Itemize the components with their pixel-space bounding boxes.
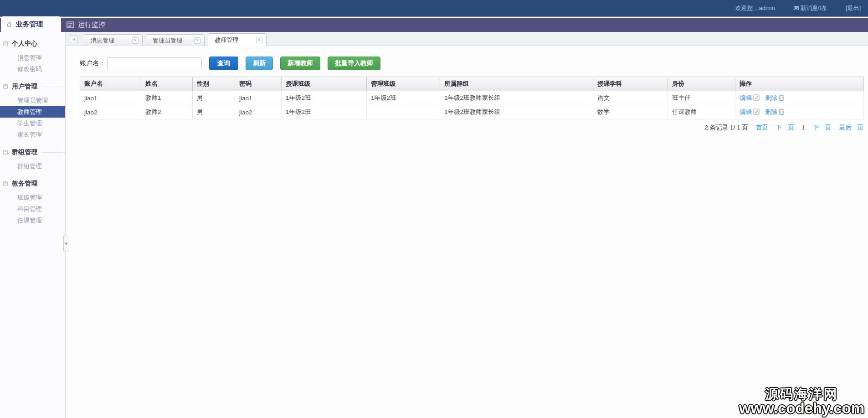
sidebar-collapse-handle[interactable]: ◄ [63,235,68,252]
table-cell: jiao1 [80,91,141,105]
sidebar-group-header[interactable]: ^用户管理 [0,82,65,92]
import-teachers-button[interactable]: 批量导入教师 [328,57,380,70]
sidebar-group-label: 用户管理 [12,83,37,91]
sidebar-group-label: 个人中心 [12,40,37,48]
record-summary: 2 条记录 1/ 1 页 [704,124,748,131]
table-cell: 男 [193,91,235,105]
arrow-left-icon: ◄ [72,37,76,41]
sidebar-item[interactable]: 任课管理 [0,215,65,226]
content-tab[interactable]: 管理员管理× [146,34,205,46]
column-header: 操作 [735,77,864,91]
messages-link[interactable]: ✉ 新消息0条 [793,4,827,12]
pagination-last[interactable]: 最后一页 [839,124,863,131]
content-panel: 账户名： 查询 刷新 新增教师 批量导入教师 账户名姓名性别密码授课班级管理班级… [66,46,868,132]
main-area: ◄ 消息管理×管理员管理×教师管理× 账户名： 查询 刷新 新增教师 批量导入教… [66,32,868,418]
table-cell: 1年级2班教师家长组 [440,105,593,119]
sidebar-item[interactable]: 群组管理 [0,160,65,172]
teachers-table: 账户名姓名性别密码授课班级管理班级所属群组授课学科身份操作 jiao1教师1男j… [80,77,864,119]
pagination-first[interactable]: 首页 [755,124,768,131]
actions-cell: 编辑删除 [735,105,864,119]
column-header: 性别 [193,77,235,91]
column-header: 所属群组 [440,77,593,91]
edit-icon[interactable] [753,108,760,115]
query-button[interactable]: 查询 [209,57,238,70]
search-toolbar: 账户名： 查询 刷新 新增教师 批量导入教师 [80,57,863,70]
divider [41,184,65,184]
edit-link[interactable]: 编辑 [740,94,752,101]
divider [41,44,65,44]
content-tab-label: 消息管理 [91,36,132,45]
content-tab-label: 教师管理 [215,36,256,44]
sidebar-item[interactable]: 家长管理 [0,129,65,140]
column-header: 授课班级 [282,77,367,91]
sidebar-item[interactable]: 教师管理 [0,106,65,118]
mail-icon: ✉ [793,4,799,12]
nav-bar [0,18,868,32]
table-cell: 语文 [593,91,668,105]
edit-link[interactable]: 编辑 [740,108,752,115]
table-cell: 1年级2班 [367,91,440,105]
column-header: 身份 [668,77,735,91]
content-tab-label: 管理员管理 [153,36,194,45]
collapse-icon[interactable]: ^ [3,41,8,46]
refresh-button[interactable]: 刷新 [246,57,273,70]
sidebar-group-label: 群组管理 [12,148,37,156]
sidebar-item[interactable]: 修改密码 [0,63,65,75]
sidebar-group-label: 教务管理 [12,180,37,188]
table-header-row: 账户名姓名性别密码授课班级管理班级所属群组授课学科身份操作 [80,77,864,91]
content-tab[interactable]: 消息管理× [84,34,143,46]
content-tabstrip: ◄ 消息管理×管理员管理×教师管理× [66,32,868,46]
logout-link[interactable]: [退出] [846,4,861,12]
app: { "topbar": { "welcome": "欢迎您，admin", "m… [0,0,868,418]
nav-tab-monitor[interactable]: 运行监控 [67,18,105,32]
edit-icon[interactable] [753,94,760,101]
table-row: jiao1教师1男jiao11年级2班1年级2班1年级2班教师家长组语文班主任编… [80,91,864,105]
trash-icon[interactable] [779,94,784,101]
delete-link[interactable]: 删除 [765,94,777,101]
home-icon: ⌂ [7,20,11,29]
table-cell: 任课教师 [668,105,735,119]
watermark: 源码海洋网 www.codehy.com [739,387,864,416]
divider [41,87,65,87]
collapse-icon[interactable]: ^ [3,84,8,89]
monitor-icon [67,21,74,28]
table-cell: 1年级2班 [282,105,367,119]
close-icon[interactable]: × [194,37,200,44]
sidebar-item[interactable]: 管理员管理 [0,95,65,106]
column-header: 账户名 [80,77,141,91]
sidebar-group-header[interactable]: ^群组管理 [0,147,65,157]
table-row: jiao2教师2男jiao21年级2班1年级2班教师家长组数学任课教师编辑删除 [80,105,864,119]
table-cell: jiao1 [235,91,282,105]
add-teacher-button[interactable]: 新增教师 [280,57,320,70]
nav-tab-monitor-label: 运行监控 [78,21,105,29]
trash-icon[interactable] [779,108,784,115]
collapse-icon[interactable]: ^ [3,181,8,186]
chevron-left-icon: ◄ [64,242,68,246]
welcome-text: 欢迎您，admin [735,4,775,12]
table-cell: 1年级2班教师家长组 [440,91,593,105]
close-icon[interactable]: × [256,37,262,43]
column-header: 授课学科 [593,77,668,91]
table-cell: 教师1 [141,91,193,105]
account-name-input[interactable] [107,57,202,69]
nav-tab-business[interactable]: ⌂ 业务管理 [1,16,61,32]
watermark-site-name: 源码海洋网 [739,387,864,401]
pagination-current-page: 1 [801,124,805,131]
sidebar-item[interactable]: 科目管理 [0,203,65,215]
table-cell: 教师2 [141,105,193,119]
pagination-next[interactable]: 下一页 [813,124,832,131]
sidebar-group-header[interactable]: ^个人中心 [0,39,65,49]
sidebar-item[interactable]: 学生管理 [0,118,65,129]
watermark-url: www.codehy.com [739,401,864,416]
sidebar-group-header[interactable]: ^教务管理 [0,179,65,189]
divider [41,152,65,153]
collapse-icon[interactable]: ^ [3,150,8,155]
sidebar-item[interactable]: 班级管理 [0,192,65,203]
pagination-prev[interactable]: 下一页 [776,124,794,131]
delete-link[interactable]: 删除 [765,108,777,115]
sidebar-item[interactable]: 消息管理 [0,52,65,63]
column-header: 管理班级 [367,77,440,91]
content-tab[interactable]: 教师管理× [208,33,267,46]
close-icon[interactable]: × [132,37,139,44]
tab-scroll-left-button[interactable]: ◄ [70,35,78,43]
